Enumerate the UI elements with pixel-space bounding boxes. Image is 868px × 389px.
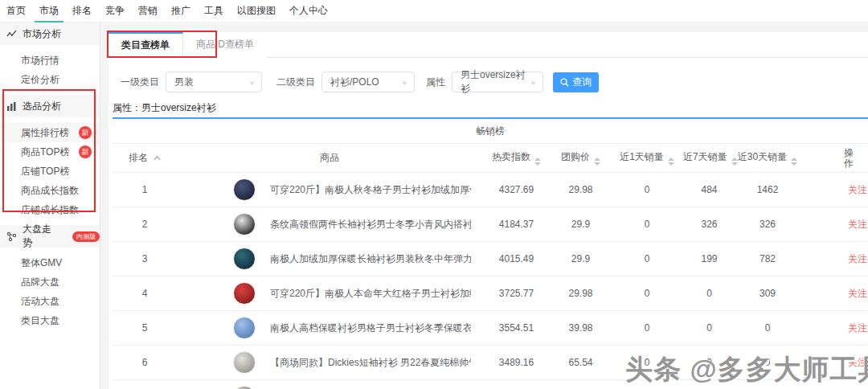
sort-icon[interactable]	[791, 158, 797, 166]
nav-item-image-search[interactable]: 以图搜图	[237, 0, 276, 23]
app-window: 首页 市场 排名 竞争 营销 推广 工具 以图搜图 个人中心 市场分析 市场行情…	[0, 0, 868, 389]
sidebar-section-market-trend[interactable]: 大盘走势 内测版	[0, 225, 100, 248]
product-thumbnail	[233, 351, 256, 374]
sidebar: 市场分析 市场行情 定价分析 选品分析 属性排行榜 新 商品TOP榜 新 店铺T…	[0, 23, 100, 389]
nav-item-marketing[interactable]: 营销	[138, 0, 158, 23]
table-row: 5 南极人高档保暖衬衫男格子男士衬衫冬季保暖衣特价休闲上衣... 3554.51…	[113, 311, 868, 346]
column-header-30d-sales[interactable]: 近30天销量	[735, 150, 800, 166]
product-name: 可穿220斤】南极人本命年大红格子男士衬衫加绒加厚保暖长...	[270, 287, 471, 301]
attribute-result-line: 属性：男士oversize衬衫	[113, 101, 216, 115]
content-card: 类目查榜单 商品ID查榜单 一级类目 男装 ∨ 二级类目 衬衫/POLO ∨ 属…	[108, 32, 868, 389]
table-row: 7 拼接假两件衬衫男女宽松长袖休闲衬衣秋季港风ins潮牌高领上衣 3361.94…	[113, 380, 868, 389]
follow-link[interactable]: 关注	[848, 184, 867, 195]
nav-item-tools[interactable]: 工具	[204, 0, 223, 23]
follow-link[interactable]: 关注	[848, 219, 867, 230]
table-row: 6 【商场同款】Dickies短袖衬衫 男22春夏纯棉帅气潮上衣衬衫0... 3…	[113, 346, 868, 380]
sidebar-item-brand-market[interactable]: 品牌大盘	[0, 272, 100, 292]
table-row: 1 可穿220斤】南极人秋冬格子男士衬衫加绒加厚保暖长袖花衬... 4327.6…	[113, 173, 868, 207]
nav-item-personal-center[interactable]: 个人中心	[289, 0, 328, 23]
nav-item-competition[interactable]: 竞争	[105, 0, 125, 23]
follow-link[interactable]: 关注	[848, 253, 867, 264]
sidebar-item-category-market[interactable]: 类目大盘	[0, 311, 100, 330]
nav-item-home[interactable]: 首页	[6, 0, 26, 23]
beta-badge: 内测版	[72, 231, 100, 242]
product-name: 条纹高领假两件长袖衬衫男士冬季小青风内搭衬衣秋冬款高级...	[270, 218, 471, 231]
column-header-hot-index[interactable]: 热卖指数	[482, 150, 551, 166]
section-title: 选品分析	[23, 100, 61, 113]
sidebar-item-attribute-ranking[interactable]: 属性排行榜 新	[0, 123, 100, 142]
sidebar-item-activity-market[interactable]: 活动大盘	[0, 292, 100, 311]
tab-category-ranking[interactable]: 类目查榜单	[108, 32, 183, 58]
sort-icon[interactable]	[668, 158, 674, 166]
column-header-rank[interactable]: 排名	[113, 151, 177, 165]
trend-icon	[6, 231, 17, 242]
sort-icon[interactable]	[534, 158, 541, 166]
follow-link[interactable]: 关注	[848, 288, 867, 299]
level2-category-select[interactable]: 衬衫/POLO ∨	[321, 72, 415, 92]
sidebar-item-product-top[interactable]: 商品TOP榜 新	[0, 142, 100, 162]
sort-asc-icon	[154, 156, 160, 162]
sidebar-item-pricing-analysis[interactable]: 定价分析	[0, 70, 100, 89]
sidebar-item-market-quotes[interactable]: 市场行情	[0, 51, 100, 70]
sidebar-section-product-selection[interactable]: 选品分析	[0, 95, 100, 117]
table-group-header: 畅销榜	[113, 119, 868, 144]
level1-category-select[interactable]: 男装 ∨	[166, 72, 262, 92]
chevron-down-icon: ∨	[249, 79, 255, 85]
level2-category-label: 二级类目	[276, 76, 315, 89]
filter-bar: 一级类目 男装 ∨ 二级类目 衬衫/POLO ∨ 属性 男士oversize衬衫…	[108, 71, 868, 93]
table-row: 2 条纹高领假两件长袖衬衫男士冬季小青风内搭衬衣秋冬款高级... 4184.37…	[113, 207, 868, 242]
product-thumbnail	[233, 248, 256, 270]
follow-link[interactable]: 关注	[848, 357, 867, 368]
sidebar-item-overall-gmv[interactable]: 整体GMV	[0, 253, 100, 272]
bar-chart-icon	[6, 101, 17, 112]
new-badge: 新	[79, 145, 92, 158]
column-header-1d-sales[interactable]: 近1天销量	[611, 150, 683, 166]
product-name: 【商场同款】Dickies短袖衬衫 男22春夏纯棉帅气潮上衣衬衫0...	[270, 356, 471, 370]
line-chart-icon	[6, 29, 17, 39]
tab-bar: 类目查榜单 商品ID查榜单	[108, 32, 868, 58]
follow-link[interactable]: 关注	[848, 322, 867, 334]
nav-item-market[interactable]: 市场	[39, 0, 59, 23]
new-badge: 新	[79, 126, 92, 139]
sort-icon[interactable]	[594, 158, 600, 166]
product-thumbnail	[233, 317, 256, 339]
product-thumbnail	[233, 178, 256, 201]
chevron-down-icon: ∨	[402, 79, 407, 85]
section-title: 市场分析	[23, 27, 61, 41]
level1-category-label: 一级类目	[121, 76, 159, 89]
sidebar-section-market-analysis[interactable]: 市场分析	[0, 23, 100, 45]
column-header-product: 商品	[177, 151, 482, 165]
attribute-label: 属性	[426, 76, 445, 89]
chevron-down-icon: ∨	[530, 79, 536, 85]
product-name: 可穿220斤】南极人秋冬格子男士衬衫加绒加厚保暖长袖花衬...	[270, 183, 471, 197]
product-name: 南极人高档保暖衬衫男格子男士衬衫冬季保暖衣特价休闲上衣...	[270, 321, 471, 335]
product-thumbnail	[233, 213, 256, 235]
table-row: 4 可穿220斤】南极人本命年大红格子男士衬衫加绒加厚保暖长... 3725.7…	[113, 276, 868, 311]
search-icon	[560, 78, 569, 87]
table-row: 3 南极人加绒加厚保暖长袖衬衫男装秋冬中年弹力免烫衬衣服休... 4015.49…	[113, 242, 868, 276]
search-button[interactable]: 查询	[553, 72, 599, 92]
column-header-group-price[interactable]: 团购价	[551, 150, 611, 166]
attribute-select[interactable]: 男士oversize衬衫 ∨	[452, 72, 543, 92]
product-thumbnail	[233, 386, 256, 389]
column-header-action: 操作	[800, 148, 868, 169]
sidebar-item-shop-top[interactable]: 店铺TOP榜	[0, 162, 100, 181]
sidebar-item-shop-growth-index[interactable]: 店铺成长指数	[0, 200, 100, 219]
top-navigation: 首页 市场 排名 竞争 营销 推广 工具 以图搜图 个人中心	[0, 0, 868, 23]
product-name: 南极人加绒加厚保暖长袖衬衫男装秋冬中年弹力免烫衬衣服休...	[270, 252, 471, 266]
nav-item-promotion[interactable]: 推广	[171, 0, 190, 23]
column-header-7d-sales[interactable]: 近7天销量	[683, 150, 735, 166]
table-header-row: 排名 商品 热卖指数 团购价 近1天销量 近7天销量 近30天销量 操作	[113, 144, 868, 173]
product-thumbnail	[233, 282, 256, 305]
sidebar-item-product-growth-index[interactable]: 商品成长指数	[0, 181, 100, 200]
tab-product-id-ranking[interactable]: 商品ID查榜单	[183, 32, 267, 58]
section-title: 大盘走势	[23, 223, 60, 250]
ranking-table: 畅销榜 排名 商品 热卖指数 团购价 近1天销量 近7天销量 近30天销量 操作…	[113, 117, 868, 389]
nav-item-ranking[interactable]: 排名	[72, 0, 92, 23]
